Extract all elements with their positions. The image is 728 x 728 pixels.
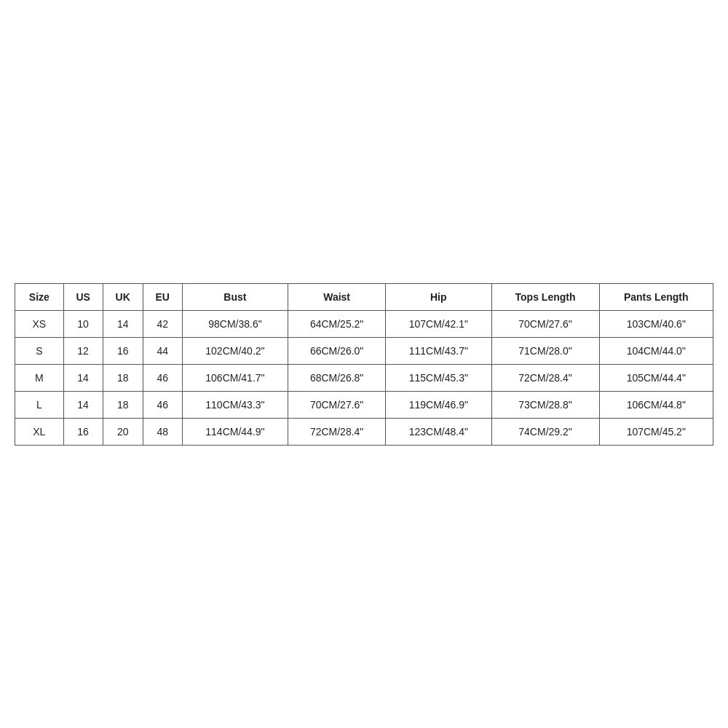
- cell-bust: 102CM/40.2": [182, 337, 288, 364]
- cell-bust: 114CM/44.9": [182, 418, 288, 445]
- cell-eu: 42: [143, 310, 182, 337]
- cell-uk: 14: [103, 310, 143, 337]
- header-tops-length: Tops Length: [491, 283, 599, 310]
- cell-size: XS: [15, 310, 64, 337]
- cell-hip: 115CM/45.3": [386, 364, 491, 391]
- cell-bust: 98CM/38.6": [182, 310, 288, 337]
- cell-hip: 119CM/46.9": [386, 391, 491, 418]
- header-bust: Bust: [182, 283, 288, 310]
- cell-hip: 107CM/42.1": [386, 310, 491, 337]
- table-row: S121644102CM/40.2"66CM/26.0"111CM/43.7"7…: [15, 337, 713, 364]
- cell-pants-length: 105CM/44.4": [599, 364, 713, 391]
- cell-hip: 111CM/43.7": [386, 337, 491, 364]
- cell-size: M: [15, 364, 64, 391]
- header-us: US: [63, 283, 103, 310]
- header-waist: Waist: [288, 283, 386, 310]
- cell-tops-length: 71CM/28.0": [491, 337, 599, 364]
- size-chart-container: Size US UK EU Bust Waist Hip Tops Length…: [15, 283, 713, 446]
- header-hip: Hip: [386, 283, 491, 310]
- header-pants-length: Pants Length: [599, 283, 713, 310]
- cell-us: 16: [63, 418, 103, 445]
- cell-pants-length: 104CM/44.0": [599, 337, 713, 364]
- cell-tops-length: 74CM/29.2": [491, 418, 599, 445]
- cell-uk: 20: [103, 418, 143, 445]
- cell-uk: 18: [103, 391, 143, 418]
- cell-tops-length: 72CM/28.4": [491, 364, 599, 391]
- header-eu: EU: [143, 283, 182, 310]
- cell-size: XL: [15, 418, 64, 445]
- cell-us: 10: [63, 310, 103, 337]
- cell-waist: 64CM/25.2": [288, 310, 386, 337]
- cell-waist: 72CM/28.4": [288, 418, 386, 445]
- table-row: XS10144298CM/38.6"64CM/25.2"107CM/42.1"7…: [15, 310, 713, 337]
- cell-waist: 68CM/26.8": [288, 364, 386, 391]
- cell-waist: 70CM/27.6": [288, 391, 386, 418]
- cell-us: 14: [63, 391, 103, 418]
- cell-eu: 48: [143, 418, 182, 445]
- header-uk: UK: [103, 283, 143, 310]
- cell-eu: 46: [143, 364, 182, 391]
- cell-size: S: [15, 337, 64, 364]
- table-row: L141846110CM/43.3"70CM/27.6"119CM/46.9"7…: [15, 391, 713, 418]
- cell-bust: 106CM/41.7": [182, 364, 288, 391]
- cell-uk: 16: [103, 337, 143, 364]
- cell-bust: 110CM/43.3": [182, 391, 288, 418]
- cell-uk: 18: [103, 364, 143, 391]
- table-row: XL162048114CM/44.9"72CM/28.4"123CM/48.4"…: [15, 418, 713, 445]
- size-chart-table: Size US UK EU Bust Waist Hip Tops Length…: [15, 283, 713, 446]
- cell-hip: 123CM/48.4": [386, 418, 491, 445]
- cell-pants-length: 106CM/44.8": [599, 391, 713, 418]
- cell-us: 14: [63, 364, 103, 391]
- cell-tops-length: 73CM/28.8": [491, 391, 599, 418]
- cell-pants-length: 103CM/40.6": [599, 310, 713, 337]
- cell-waist: 66CM/26.0": [288, 337, 386, 364]
- header-size: Size: [15, 283, 64, 310]
- cell-eu: 46: [143, 391, 182, 418]
- cell-tops-length: 70CM/27.6": [491, 310, 599, 337]
- cell-pants-length: 107CM/45.2": [599, 418, 713, 445]
- cell-us: 12: [63, 337, 103, 364]
- cell-eu: 44: [143, 337, 182, 364]
- table-row: M141846106CM/41.7"68CM/26.8"115CM/45.3"7…: [15, 364, 713, 391]
- cell-size: L: [15, 391, 64, 418]
- table-header-row: Size US UK EU Bust Waist Hip Tops Length…: [15, 283, 713, 310]
